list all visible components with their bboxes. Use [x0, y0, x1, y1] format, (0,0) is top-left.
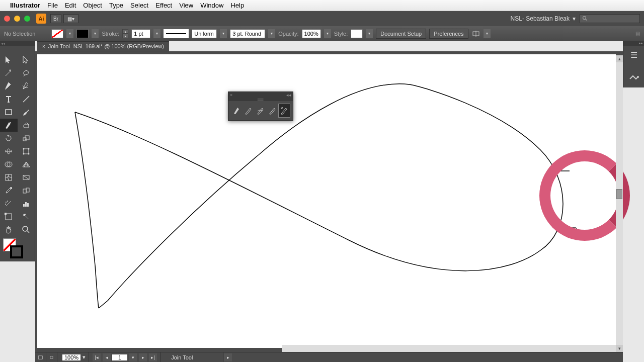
preferences-button[interactable]: Preferences: [429, 29, 468, 39]
symbol-sprayer-tool[interactable]: [0, 197, 18, 210]
document-setup-button[interactable]: Document Setup: [376, 29, 426, 39]
rectangle-tool[interactable]: [0, 106, 18, 119]
brush-select[interactable]: 3 pt. Round: [230, 29, 265, 38]
panel-menu-icon[interactable]: ☰: [626, 48, 642, 61]
slice-tool[interactable]: [18, 210, 35, 223]
menu-view[interactable]: View: [179, 2, 193, 9]
opacity-input[interactable]: 100%: [302, 29, 321, 38]
document-tab[interactable]: × Join Tool- NSL 169.ai* @ 100% (RGB/Pre…: [37, 42, 169, 51]
menu-effect[interactable]: Effect: [155, 2, 172, 9]
align-to-dropdown[interactable]: ▾: [484, 29, 491, 38]
gpu-preview-icon[interactable]: [35, 352, 46, 362]
bridge-button[interactable]: Br: [50, 14, 61, 23]
artboard-tool[interactable]: [0, 210, 18, 223]
arrange-documents-button[interactable]: ▦▾: [63, 14, 78, 23]
stroke-weight-stepper[interactable]: ▴▾: [122, 29, 128, 38]
brush-dropdown[interactable]: ▾: [268, 29, 275, 38]
magic-wand-tool[interactable]: [0, 66, 18, 79]
panel-collapse-icon[interactable]: ◂◂: [286, 93, 291, 98]
panel-close-icon[interactable]: ×: [230, 93, 232, 98]
hand-tool[interactable]: [0, 223, 18, 236]
scroll-up-icon[interactable]: ▴: [616, 55, 623, 62]
selection-tool[interactable]: [0, 53, 18, 66]
close-tab-icon[interactable]: ×: [42, 44, 45, 49]
app-name[interactable]: Illustrator: [10, 2, 40, 9]
next-artboard-button[interactable]: ▸: [139, 353, 147, 361]
fill-stroke-control[interactable]: [0, 236, 35, 261]
pen-tool[interactable]: [0, 79, 18, 93]
selection-icon: [4, 55, 13, 64]
rotate-tool[interactable]: [0, 132, 18, 145]
align-to-icon[interactable]: [471, 29, 480, 38]
mesh-tool[interactable]: [0, 171, 18, 184]
blend-tool[interactable]: [18, 184, 35, 197]
smooth-tool[interactable]: [255, 104, 266, 117]
fill-dropdown[interactable]: ▾: [66, 29, 73, 38]
menu-file[interactable]: File: [47, 2, 58, 9]
shaper-tool[interactable]: [0, 119, 18, 132]
zoom-tool[interactable]: [18, 223, 35, 236]
perspective-grid-tool[interactable]: [18, 158, 35, 171]
scale-tool[interactable]: [18, 132, 35, 145]
graphic-style-dropdown[interactable]: ▾: [366, 29, 373, 38]
gradient-icon: [22, 173, 31, 182]
workspace-switcher[interactable]: NSL- Sebastian Bleak ▾: [511, 15, 576, 22]
curvature-tool[interactable]: [18, 79, 35, 93]
right-dock-expand[interactable]: ▸▸: [623, 41, 644, 46]
menu-select[interactable]: Select: [130, 2, 148, 9]
artboard[interactable]: [37, 54, 616, 348]
eraser-tool[interactable]: [18, 119, 35, 132]
vertical-scrollbar[interactable]: ▴ ▾: [616, 55, 623, 352]
line-segment-tool[interactable]: [18, 93, 35, 106]
gradient-tool[interactable]: [18, 171, 35, 184]
stroke-weight-dropdown[interactable]: ▾: [153, 29, 160, 38]
join-tool[interactable]: [279, 104, 290, 117]
close-window-icon[interactable]: [4, 16, 10, 22]
lasso-tool[interactable]: [18, 66, 35, 79]
zoom-level[interactable]: 100%▾: [57, 352, 89, 362]
shape-builder-tool[interactable]: [0, 158, 18, 171]
stroke-dropdown[interactable]: ▾: [92, 29, 99, 38]
eyedropper-tool[interactable]: [0, 184, 18, 197]
minimize-window-icon[interactable]: [14, 16, 20, 22]
free-transform-tool[interactable]: [18, 145, 35, 158]
first-artboard-button[interactable]: |◂: [93, 353, 101, 361]
horizontal-scrollbar[interactable]: [282, 345, 616, 352]
opacity-dropdown[interactable]: ▾: [324, 29, 331, 38]
stroke-swatch[interactable]: [76, 29, 89, 38]
stroke-box-icon[interactable]: [10, 245, 23, 258]
fill-swatch[interactable]: [51, 29, 63, 38]
paintbrush-tool[interactable]: [18, 106, 35, 119]
menu-window[interactable]: Window: [200, 2, 223, 9]
variable-width-select[interactable]: Uniform: [192, 29, 217, 38]
artboard-nav-icon[interactable]: [46, 352, 57, 362]
pencil-tool[interactable]: [244, 104, 255, 117]
scroll-thumb[interactable]: [616, 189, 622, 199]
width-tool[interactable]: [0, 145, 18, 158]
search-input[interactable]: [580, 14, 640, 23]
tools-panel-collapse[interactable]: [0, 41, 35, 46]
graphic-style-swatch[interactable]: [351, 29, 363, 38]
column-graph-tool[interactable]: [18, 197, 35, 210]
prev-artboard-button[interactable]: ◂: [103, 353, 111, 361]
artboard-dropdown[interactable]: ▾: [129, 353, 137, 361]
zoom-window-icon[interactable]: [24, 16, 30, 22]
menu-object[interactable]: Object: [83, 2, 102, 9]
scroll-down-icon[interactable]: ▾: [616, 345, 623, 352]
properties-panel-icon[interactable]: [626, 72, 642, 85]
direct-selection-tool[interactable]: [18, 53, 35, 66]
variable-width-dropdown[interactable]: ▾: [220, 29, 227, 38]
shaper-tool[interactable]: [231, 104, 243, 117]
menu-help[interactable]: Help: [230, 2, 244, 9]
menu-type[interactable]: Type: [109, 2, 123, 9]
last-artboard-button[interactable]: ▸|: [149, 353, 157, 361]
control-bar-menu-icon[interactable]: ▤: [635, 31, 640, 36]
path-eraser-tool[interactable]: [267, 104, 278, 117]
artboard-number[interactable]: 1: [112, 354, 127, 360]
type-tool[interactable]: [0, 93, 18, 106]
stroke-weight-input[interactable]: 1 pt: [131, 29, 150, 38]
pencil-tool-group-panel[interactable]: × ◂◂: [228, 92, 293, 121]
menu-edit[interactable]: Edit: [65, 2, 76, 9]
status-menu-dropdown[interactable]: ▸: [224, 353, 232, 361]
shaper-icon: [4, 121, 13, 130]
